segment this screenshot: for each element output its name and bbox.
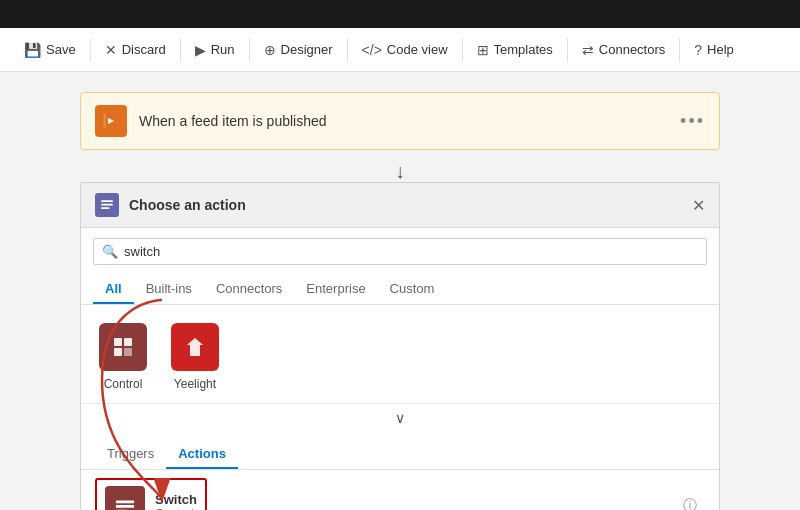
- toolbar: 💾 Save ✕ Discard ▶ Run ⊕ Designer </> Co…: [0, 28, 800, 72]
- separator: [567, 38, 568, 62]
- discard-icon: ✕: [105, 42, 117, 58]
- code-icon: </>: [362, 42, 382, 58]
- icons-grid: Control Yeelight: [81, 305, 719, 404]
- info-icon[interactable]: ⓘ: [675, 497, 705, 510]
- expand-row[interactable]: ∨: [81, 404, 719, 432]
- action-header-left: Choose an action: [95, 193, 246, 217]
- close-panel-button[interactable]: ✕: [692, 196, 705, 215]
- svg-rect-9: [116, 501, 134, 504]
- templates-button[interactable]: ⊞ Templates: [465, 36, 565, 64]
- separator: [180, 38, 181, 62]
- yeelight-icon-box: [171, 323, 219, 371]
- tab-builtins[interactable]: Built-ins: [134, 275, 204, 304]
- save-icon: 💾: [24, 42, 41, 58]
- separator: [679, 38, 680, 62]
- switch-action-item[interactable]: Switch Control: [95, 478, 207, 510]
- svg-rect-1: [104, 114, 106, 129]
- connectors-button[interactable]: ⇄ Connectors: [570, 36, 677, 64]
- canvas: When a feed item is published ••• ↓ Choo…: [0, 72, 800, 510]
- section-tabs: Triggers Actions: [81, 432, 719, 470]
- trigger-box[interactable]: When a feed item is published •••: [80, 92, 720, 150]
- designer-button[interactable]: ⊕ Designer: [252, 36, 345, 64]
- help-button[interactable]: ? Help: [682, 36, 746, 64]
- search-box: 🔍: [93, 238, 707, 265]
- filter-tabs: All Built-ins Connectors Enterprise Cust…: [81, 275, 719, 305]
- action-header: Choose an action ✕: [81, 183, 719, 228]
- svg-rect-6: [124, 338, 132, 346]
- tab-connectors[interactable]: Connectors: [204, 275, 294, 304]
- switch-action-name: Switch: [155, 492, 197, 507]
- action-header-icon: [95, 193, 119, 217]
- templates-icon: ⊞: [477, 42, 489, 58]
- tab-custom[interactable]: Custom: [378, 275, 447, 304]
- switch-action-icon: [105, 486, 145, 510]
- tab-actions[interactable]: Actions: [166, 440, 238, 469]
- action-items-row: Switch Control ⓘ: [95, 478, 705, 510]
- svg-rect-3: [101, 204, 113, 206]
- svg-rect-4: [101, 207, 109, 209]
- svg-rect-7: [114, 348, 122, 356]
- switch-action-info: Switch Control: [155, 492, 197, 511]
- run-button[interactable]: ▶ Run: [183, 36, 247, 64]
- separator: [462, 38, 463, 62]
- trigger-more-button[interactable]: •••: [680, 111, 705, 132]
- trigger-label: When a feed item is published: [139, 113, 680, 129]
- svg-rect-8: [124, 348, 132, 356]
- separator: [90, 38, 91, 62]
- down-arrow: ↓: [395, 160, 405, 183]
- svg-rect-5: [114, 338, 122, 346]
- action-items: Switch Control ⓘ: [81, 470, 719, 510]
- switch-action-sub: Control: [155, 507, 197, 511]
- tab-triggers[interactable]: Triggers: [95, 440, 166, 469]
- yeelight-label: Yeelight: [174, 377, 216, 391]
- run-icon: ▶: [195, 42, 206, 58]
- save-button[interactable]: 💾 Save: [12, 36, 88, 64]
- designer-icon: ⊕: [264, 42, 276, 58]
- separator: [347, 38, 348, 62]
- action-panel-title: Choose an action: [129, 197, 246, 213]
- trigger-icon: [95, 105, 127, 137]
- tab-all[interactable]: All: [93, 275, 134, 304]
- discard-button[interactable]: ✕ Discard: [93, 36, 178, 64]
- help-icon: ?: [694, 42, 702, 58]
- search-icon: 🔍: [102, 244, 118, 259]
- connectors-icon: ⇄: [582, 42, 594, 58]
- search-row: 🔍: [81, 228, 719, 275]
- control-label: Control: [104, 377, 143, 391]
- control-icon-box: [99, 323, 147, 371]
- svg-rect-10: [116, 505, 134, 508]
- list-item[interactable]: Control: [95, 319, 151, 395]
- svg-rect-2: [101, 200, 113, 202]
- tab-enterprise[interactable]: Enterprise: [294, 275, 377, 304]
- codeview-button[interactable]: </> Code view: [350, 36, 460, 64]
- top-bar: [0, 0, 800, 28]
- search-input[interactable]: [124, 244, 698, 259]
- separator: [249, 38, 250, 62]
- action-panel: Choose an action ✕ 🔍 All Built-ins Conne…: [80, 182, 720, 510]
- list-item[interactable]: Yeelight: [167, 319, 223, 395]
